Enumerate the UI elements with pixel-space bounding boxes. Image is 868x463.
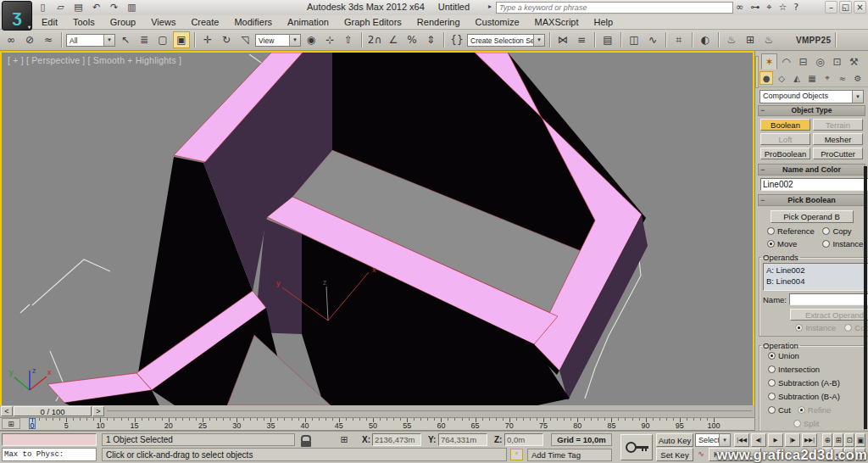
subcategory-dropdown[interactable]: Compound Objects ▾: [760, 90, 864, 103]
project-folder-icon[interactable]: ▥: [125, 1, 139, 14]
pick-operand-b-button[interactable]: Pick Operand B: [771, 210, 854, 223]
key-mode-dropdown[interactable]: Selected ▾: [695, 433, 731, 447]
favorites-star-icon[interactable]: ☆: [778, 2, 787, 13]
panel-scrollbar[interactable]: [864, 166, 867, 429]
percent-snap-icon[interactable]: %: [403, 31, 420, 48]
menu-rendering[interactable]: Rendering: [409, 15, 468, 30]
graphite-modeling-tools-icon[interactable]: ◫: [626, 31, 643, 48]
menu-graph-editors[interactable]: Graph Editors: [337, 15, 409, 30]
select-and-scale-icon[interactable]: ◹: [236, 31, 253, 48]
absolute-mode-toggle-icon[interactable]: ⊞: [336, 434, 353, 447]
radio-cut[interactable]: Cut: [768, 405, 791, 415]
mini-curve-editor-icon[interactable]: ⊞: [2, 418, 20, 429]
use-pivot-point-center-icon[interactable]: ◉: [303, 31, 320, 48]
y-coordinate-field[interactable]: 764,331m: [438, 433, 487, 446]
radio-copy[interactable]: Copy: [822, 226, 868, 236]
spinner-snap-icon[interactable]: ⇕: [422, 31, 439, 48]
z-coordinate-field[interactable]: 0,0m: [504, 433, 543, 446]
set-keys-button[interactable]: [620, 434, 653, 460]
tab-create[interactable]: ✶: [761, 53, 777, 70]
operand-name-input[interactable]: [789, 293, 868, 305]
radio-move[interactable]: Move: [767, 239, 822, 248]
maxscript-mini-listener[interactable]: Max to Physc:: [2, 448, 97, 461]
loft-button[interactable]: Loft: [760, 133, 810, 145]
infocenter-help-icon[interactable]: ?: [793, 2, 798, 13]
app-menu-button[interactable]: ʒ ▾: [2, 1, 32, 31]
align-icon[interactable]: ≡: [573, 31, 590, 48]
select-and-move-icon[interactable]: ✛: [199, 31, 216, 48]
render-production-icon[interactable]: ♨: [760, 31, 777, 48]
auto-key-button[interactable]: Auto Key: [656, 433, 693, 447]
select-and-rotate-icon[interactable]: ↻: [218, 31, 235, 48]
menu-customize[interactable]: Customize: [468, 15, 527, 30]
play-button[interactable]: ▶: [768, 433, 783, 447]
minimize-button[interactable]: –: [825, 1, 837, 14]
tab-display[interactable]: ⊡: [829, 53, 845, 70]
time-tag-icon[interactable]: ▫: [510, 449, 523, 460]
pick-boolean-rollout[interactable]: − Pick Boolean: [758, 194, 865, 206]
mirror-icon[interactable]: ⋈: [554, 31, 571, 48]
selection-filter-dropdown[interactable]: All▾: [66, 34, 115, 47]
radio-union[interactable]: Union: [768, 351, 799, 360]
x-coordinate-field[interactable]: 2136,473m: [372, 433, 421, 446]
category-geometry[interactable]: ●: [760, 71, 773, 85]
angle-snap-icon[interactable]: ∠: [385, 31, 402, 48]
object-type-rollout[interactable]: − Object Type: [758, 105, 865, 116]
menu-animation[interactable]: Animation: [280, 15, 337, 30]
radio-intersection[interactable]: Intersection: [768, 365, 820, 374]
communication-center-icon[interactable]: ⌖: [766, 2, 771, 13]
tab-motion[interactable]: ◎: [812, 53, 828, 70]
menu-help[interactable]: Help: [587, 15, 621, 30]
search-history-arrow-icon[interactable]: ▸: [488, 3, 492, 10]
menu-maxscript[interactable]: MAXScript: [527, 15, 587, 30]
rectangular-selection-region-icon[interactable]: ▢: [154, 31, 171, 48]
object-name-input[interactable]: [760, 178, 868, 191]
infocenter-search-input[interactable]: [496, 2, 733, 14]
schematic-view-icon[interactable]: ⌗: [670, 31, 687, 48]
select-by-name-icon[interactable]: ≣: [136, 31, 153, 48]
maxscript-macro-recorder[interactable]: [2, 433, 97, 446]
collapse-icon[interactable]: −: [760, 195, 765, 205]
category-systems[interactable]: ⚙: [851, 71, 865, 85]
chevron-down-icon[interactable]: ▾: [103, 35, 114, 46]
new-scene-icon[interactable]: ▯: [36, 1, 50, 14]
zoom-extents-all-icon[interactable]: ▣: [855, 433, 865, 447]
unlink-selection-icon[interactable]: ⊘: [21, 31, 38, 48]
open-file-icon[interactable]: ▱: [53, 1, 68, 14]
menu-edit[interactable]: Edit: [34, 15, 65, 30]
operand-item[interactable]: A: Line002: [766, 265, 868, 276]
chevron-down-icon[interactable]: ▾: [289, 35, 300, 46]
bind-to-space-warp-icon[interactable]: ≈: [40, 31, 57, 48]
edit-named-selection-sets-icon[interactable]: {}: [448, 31, 465, 48]
menu-create[interactable]: Create: [183, 15, 226, 30]
tab-hierarchy[interactable]: ⊟: [795, 53, 811, 70]
save-file-icon[interactable]: ▤: [71, 1, 86, 14]
perspective-viewport[interactable]: x y z [ + ] [ Perspective ] [ Smooth + H…: [0, 51, 754, 405]
named-selection-sets-dropdown[interactable]: Create Selection Se▾: [467, 34, 545, 47]
chevron-down-icon[interactable]: ▾: [852, 91, 863, 103]
time-slider-handle[interactable]: 0 / 100: [14, 406, 92, 416]
rendered-frame-window-icon[interactable]: ⊞: [742, 31, 759, 48]
layer-manager-icon[interactable]: ▤: [599, 31, 616, 48]
go-to-start-button[interactable]: |◀◀: [734, 433, 749, 447]
menu-tools[interactable]: Tools: [65, 15, 103, 30]
collapse-icon[interactable]: −: [760, 165, 765, 175]
category-lights[interactable]: ◭: [790, 71, 804, 85]
render-setup-icon[interactable]: ♨: [723, 31, 740, 48]
proboolean-button[interactable]: ProBoolean: [760, 148, 810, 159]
mesher-button[interactable]: Mesher: [813, 133, 863, 145]
next-frame-button[interactable]: |▶: [785, 433, 800, 447]
material-editor-icon[interactable]: ◐: [697, 31, 714, 48]
radio-subtraction-b-a[interactable]: Subtraction (B-A): [768, 392, 840, 401]
collapse-icon[interactable]: −: [760, 106, 765, 115]
track-bar[interactable]: 0510152025303540455055606570758085909510…: [0, 418, 754, 431]
menu-views[interactable]: Views: [143, 15, 183, 30]
redo-icon[interactable]: ↷: [107, 1, 121, 14]
chevron-down-icon[interactable]: ▾: [533, 35, 544, 46]
tab-utilities[interactable]: ⚒: [846, 53, 862, 70]
select-object-icon[interactable]: ↖: [117, 31, 134, 48]
keyboard-shortcut-override-icon[interactable]: ⇧: [340, 31, 357, 48]
terrain-button[interactable]: Terrain: [813, 119, 863, 131]
select-and-link-icon[interactable]: ∞: [3, 31, 19, 48]
reference-coordinate-system-dropdown[interactable]: View▾: [255, 34, 301, 47]
